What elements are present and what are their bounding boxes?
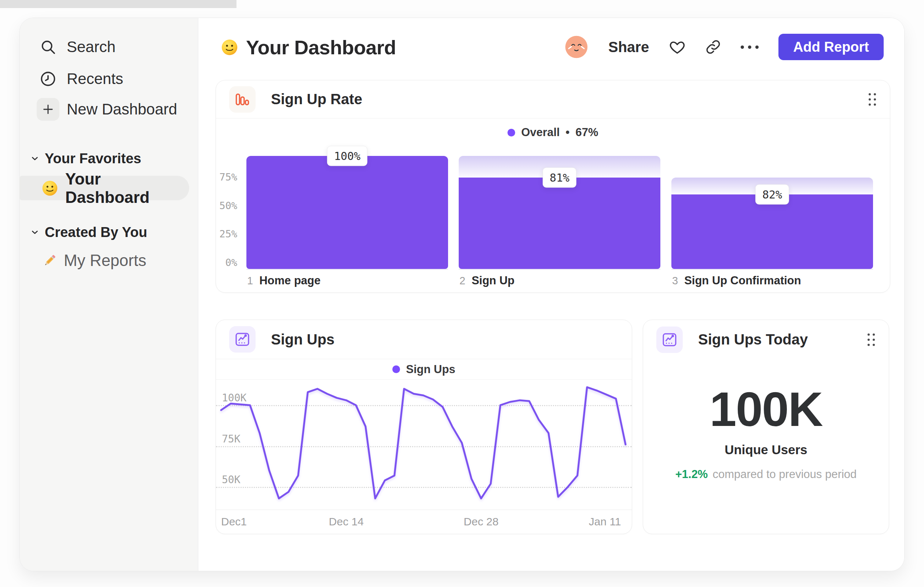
add-report-button[interactable]: Add Report [779, 34, 884, 60]
metric-delta-row: +1.2% compared to previous period [643, 468, 889, 481]
signup-rate-card-header: Sign Up Rate [216, 80, 890, 119]
metric-value: 100K [643, 382, 889, 437]
pencil-emoji [42, 253, 57, 268]
favorite-heart-icon[interactable] [669, 38, 686, 55]
funnel-legend: Overall • 67% [216, 119, 890, 146]
search-icon [37, 36, 59, 58]
sidebar-item-label: Your Dashboard [65, 170, 189, 207]
sidebar-item-my-reports[interactable]: My Reports [20, 248, 198, 273]
funnel-step-label: 2Sign Up [459, 274, 515, 287]
clock-icon [37, 68, 59, 90]
funnel-bar-value-badge: 100% [327, 146, 367, 166]
main-content: Your Dashboard Share [198, 18, 904, 571]
signup-rate-card: Sign Up Rate Overall • 67% 75%50%25%0%10… [216, 80, 890, 293]
card-title: Sign Ups Today [698, 331, 808, 348]
sidebar-item-recents[interactable]: Recents [20, 63, 198, 95]
legend-value: 67% [575, 126, 598, 139]
plus-icon [37, 98, 59, 121]
funnel-bar-value-badge: 81% [543, 167, 576, 187]
funnel-bar-value-badge: 82% [755, 184, 789, 204]
funnel-bars-icon [229, 86, 256, 112]
sidebar-item-label: New Dashboard [67, 101, 177, 118]
chevron-down-icon [30, 154, 40, 163]
signups-today-card-header: Sign Ups Today [643, 320, 889, 359]
funnel-step-label: 1Home page [247, 274, 320, 287]
smiley-emoji [221, 39, 238, 56]
sidebar-item-search[interactable]: Search [20, 31, 198, 63]
sidebar-item-label: My Reports [64, 251, 146, 270]
smiley-emoji [42, 180, 58, 196]
sidebar-section-your-favorites[interactable]: Your Favorites [20, 147, 198, 170]
sidebar-item-new-dashboard[interactable]: New Dashboard [20, 93, 198, 126]
funnel-bar-fill [459, 178, 660, 269]
sidebar-section-label: Your Favorites [45, 151, 141, 167]
sidebar-section-label: Created By You [45, 225, 147, 240]
funnel-bar-fill [672, 194, 873, 269]
sidebar-item-label: Recents [67, 70, 123, 88]
sidebar-item-label: Search [67, 38, 116, 56]
signups-card: Sign Ups Sign Ups 100K75K50KDec1Dec 14De… [216, 319, 632, 534]
app-window: Search Recents New Dashboard [20, 18, 904, 571]
legend-label: Overall [521, 126, 559, 139]
funnel-bar: 81% [459, 156, 660, 269]
funnel-bar-fill [246, 156, 448, 269]
chevron-down-icon [30, 227, 40, 237]
funnel-y-tick: 50% [216, 200, 251, 211]
page-title-text: Your Dashboard [246, 36, 396, 59]
signups-line-series [216, 320, 632, 534]
copy-link-icon[interactable] [705, 39, 721, 55]
share-button[interactable]: Share [608, 39, 649, 55]
metric-label: Unique Users [643, 442, 889, 457]
page-title: Your Dashboard [221, 35, 396, 60]
more-options-icon[interactable] [741, 45, 759, 49]
funnel-y-tick: 75% [216, 171, 251, 183]
drag-handle-icon[interactable] [869, 93, 876, 106]
funnel-chart: 75%50%25%0%100%1Home page81%2Sign Up82%3… [216, 156, 890, 293]
header-toolbar: Share Add Report [564, 32, 884, 62]
funnel-y-tick: 25% [216, 228, 251, 240]
sidebar-item-your-dashboard[interactable]: Your Dashboard [20, 176, 189, 200]
sidebar: Search Recents New Dashboard [20, 18, 198, 571]
funnel-bar: 82% [672, 156, 873, 269]
funnel-step-label: 3Sign Up Confirmation [672, 274, 801, 287]
funnel-y-tick: 0% [216, 257, 251, 268]
metric-delta: +1.2% [675, 468, 708, 481]
signups-today-card: Sign Ups Today 100K Unique Users +1.2% c… [643, 319, 889, 534]
card-title: Sign Up Rate [271, 91, 362, 107]
legend-separator: • [566, 126, 570, 139]
background-window-strip [0, 0, 236, 8]
legend-dot [507, 129, 515, 136]
drag-handle-icon[interactable] [868, 334, 875, 346]
line-chart-icon [656, 327, 683, 353]
avatar[interactable] [564, 35, 589, 59]
funnel-bar: 100% [246, 156, 448, 269]
metric-delta-note: compared to previous period [713, 468, 856, 481]
sidebar-section-created-by-you[interactable]: Created By You [20, 221, 198, 244]
